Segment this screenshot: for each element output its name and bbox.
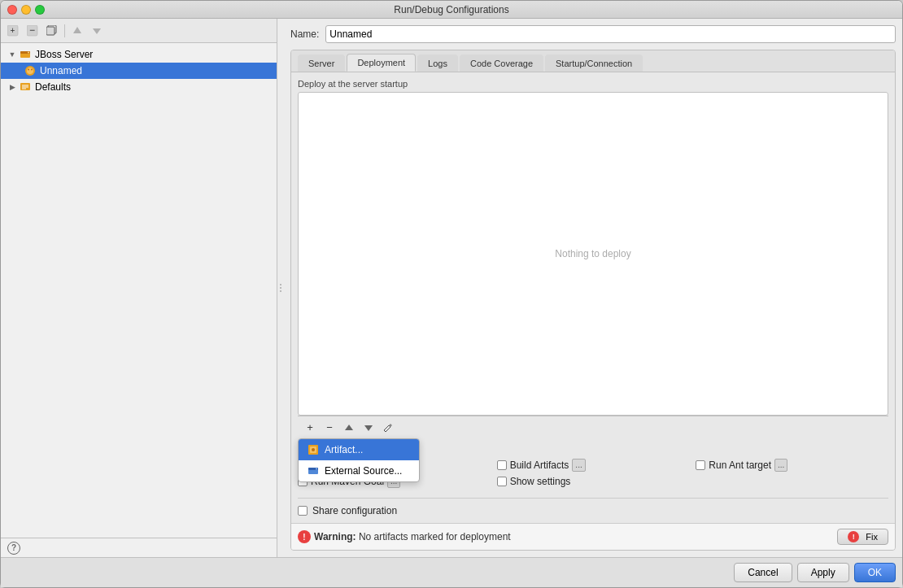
main-content: + − ▼ xyxy=(1,19,902,557)
build-artifacts-checkbox[interactable] xyxy=(497,460,507,470)
help-button[interactable]: ? xyxy=(7,542,20,555)
remove-config-button[interactable]: − xyxy=(24,22,41,40)
run-ant-target-label: Run Ant target xyxy=(709,460,771,471)
build-artifacts-dots-button[interactable]: ... xyxy=(572,459,585,472)
sidebar-item-defaults[interactable]: ▶ Defaults xyxy=(1,79,277,95)
artifact-label: Artifact... xyxy=(325,444,363,455)
resize-handle[interactable] xyxy=(277,19,284,557)
svg-marker-7 xyxy=(93,28,101,34)
svg-text:+: + xyxy=(307,422,313,433)
dropdown-item-external-source[interactable]: External Source... xyxy=(299,460,419,481)
name-row: Name: xyxy=(290,25,896,43)
svg-marker-21 xyxy=(345,425,353,430)
toolbar-separator xyxy=(64,24,65,37)
tab-deployment[interactable]: Deployment xyxy=(347,54,416,72)
deploy-edit-button[interactable] xyxy=(379,419,397,437)
tab-server[interactable]: Server xyxy=(298,54,345,72)
warning-text: Warning: No artifacts marked for deploym… xyxy=(314,531,511,542)
unnamed-icon xyxy=(24,64,37,77)
sidebar: + − ▼ xyxy=(1,19,277,557)
main-window: Run/Debug Configurations + − xyxy=(0,0,903,588)
share-label: Share configuration xyxy=(312,505,397,516)
resize-dot xyxy=(280,284,281,285)
deploy-section: Deploy at the server startup Nothing to … xyxy=(298,79,888,439)
resize-dot xyxy=(280,290,281,292)
svg-rect-5 xyxy=(46,27,55,35)
svg-point-12 xyxy=(27,68,33,74)
fix-icon: ! xyxy=(848,531,859,542)
tree-toggle-jboss[interactable]: ▼ xyxy=(7,50,17,59)
fix-button[interactable]: ! Fix xyxy=(837,529,888,545)
launch-item-show-settings: Show settings xyxy=(497,475,690,488)
move-up-button[interactable] xyxy=(68,22,86,40)
build-artifacts-label: Build Artifacts xyxy=(510,460,569,471)
name-label: Name: xyxy=(290,28,319,40)
launch-item-run-ant-target: Run Ant target ... xyxy=(696,459,888,472)
sidebar-item-unnamed[interactable]: Unnamed xyxy=(1,63,277,79)
resize-dot xyxy=(280,287,281,289)
launch-item-build-artifacts: Build Artifacts ... xyxy=(497,459,690,472)
jboss-server-label: JBoss Server xyxy=(35,49,93,60)
deploy-toolbar: + − xyxy=(298,416,888,439)
tab-logs[interactable]: Logs xyxy=(417,54,458,72)
share-item: Share configuration xyxy=(298,505,888,516)
show-settings-label: Show settings xyxy=(510,476,571,487)
defaults-label: Defaults xyxy=(35,81,71,93)
svg-point-14 xyxy=(31,69,33,71)
svg-point-25 xyxy=(312,448,315,451)
artifact-icon xyxy=(307,443,320,456)
bottom-bar: Cancel Apply OK xyxy=(1,557,902,587)
window-title: Run/Debug Configurations xyxy=(394,4,508,15)
sidebar-toolbar: + − xyxy=(1,19,277,43)
svg-text:−: − xyxy=(326,422,333,433)
tab-code-coverage[interactable]: Code Coverage xyxy=(460,54,543,72)
move-down-button[interactable] xyxy=(88,22,106,40)
defaults-icon xyxy=(19,81,32,94)
config-panel: Server Deployment Logs Code Coverage Sta… xyxy=(290,50,896,551)
tabs-bar: Server Deployment Logs Code Coverage Sta… xyxy=(291,50,895,72)
svg-text:−: − xyxy=(29,25,35,36)
svg-point-10 xyxy=(28,52,29,54)
warning-icon: ! xyxy=(298,530,311,543)
deploy-add-button[interactable]: + xyxy=(301,419,319,437)
tab-content: Deploy at the server startup Nothing to … xyxy=(291,72,895,523)
share-checkbox[interactable] xyxy=(298,506,308,516)
cancel-button[interactable]: Cancel xyxy=(734,563,792,582)
deploy-dropdown: Artifact... xyxy=(298,438,420,482)
deploy-label: Deploy at the server startup xyxy=(298,79,888,89)
copy-config-button[interactable] xyxy=(43,22,61,40)
add-config-button[interactable]: + xyxy=(4,22,22,40)
warning-bar: ! Warning: No artifacts marked for deplo… xyxy=(291,523,895,550)
unnamed-label: Unnamed xyxy=(40,65,82,76)
share-section: Share configuration xyxy=(298,498,888,516)
sidebar-tree: ▼ JBoss Server xyxy=(1,43,277,538)
svg-text:+: + xyxy=(11,26,15,35)
svg-point-28 xyxy=(316,468,317,470)
deploy-empty-text: Nothing to deploy xyxy=(555,248,630,259)
show-settings-checkbox[interactable] xyxy=(497,477,507,486)
deploy-list: Nothing to deploy xyxy=(298,92,888,416)
run-ant-target-dots-button[interactable]: ... xyxy=(774,459,787,472)
close-button[interactable] xyxy=(7,5,17,15)
name-input[interactable] xyxy=(325,25,896,43)
ok-button[interactable]: OK xyxy=(854,563,896,582)
minimize-button[interactable] xyxy=(21,5,31,15)
deploy-move-up-button[interactable] xyxy=(340,419,358,437)
external-source-label: External Source... xyxy=(325,465,402,477)
jboss-server-icon xyxy=(19,48,32,61)
apply-button[interactable]: Apply xyxy=(797,563,849,582)
sidebar-help: ? xyxy=(1,538,277,557)
traffic-lights xyxy=(7,5,45,15)
deploy-move-down-button[interactable] xyxy=(360,419,377,437)
dropdown-item-artifact[interactable]: Artifact... xyxy=(299,439,419,460)
deploy-remove-button[interactable]: − xyxy=(321,419,338,437)
external-source-icon xyxy=(307,464,320,477)
tree-toggle-defaults[interactable]: ▶ xyxy=(7,82,17,92)
titlebar: Run/Debug Configurations xyxy=(1,1,902,19)
maximize-button[interactable] xyxy=(35,5,45,15)
tab-startup-connection[interactable]: Startup/Connection xyxy=(545,54,643,72)
run-ant-target-checkbox[interactable] xyxy=(696,460,705,470)
svg-point-13 xyxy=(28,69,29,71)
svg-marker-22 xyxy=(364,425,373,431)
sidebar-item-jboss-server[interactable]: ▼ JBoss Server xyxy=(1,46,277,63)
